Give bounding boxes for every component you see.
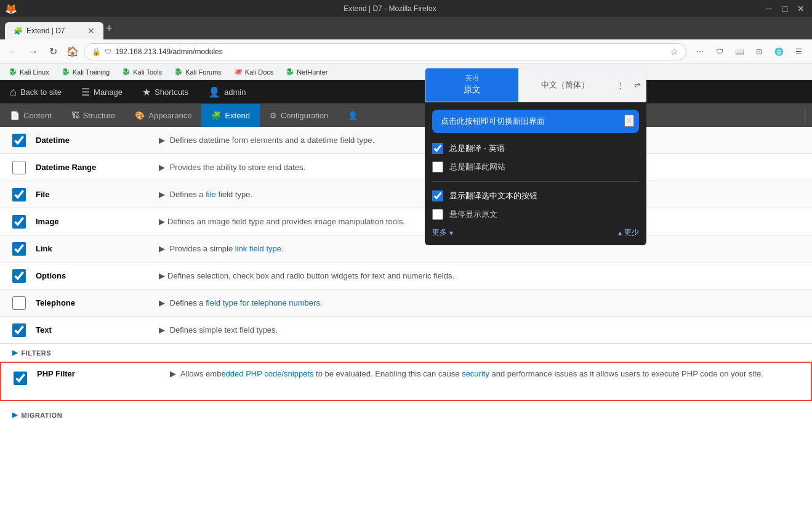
telephone-checkbox[interactable]: [12, 296, 26, 310]
admin-user-btn[interactable]: 👤 admin: [198, 80, 255, 104]
original-lang-btn[interactable]: 原文: [464, 83, 481, 97]
php-filter-name: PHP Filter: [37, 369, 75, 378]
kali-training-label: Kali Training: [73, 68, 110, 76]
nav-people[interactable]: 👤: [338, 104, 368, 127]
sidebar-btn[interactable]: ⊟: [750, 43, 768, 60]
forward-btn[interactable]: →: [25, 43, 42, 60]
nav-content[interactable]: 📄 Content: [0, 104, 62, 127]
bookmark-kali-docs[interactable]: 🐙 Kali Docs: [230, 67, 277, 77]
bookmark-star-icon[interactable]: ☆: [670, 47, 678, 57]
filters-section-header[interactable]: ▶ FILTERS: [0, 344, 812, 362]
image-name: Image: [36, 217, 159, 226]
datetime-arrow: ▶: [159, 136, 165, 145]
home-btn[interactable]: 🏠: [64, 43, 81, 60]
translate-options-btn[interactable]: ⋮: [611, 68, 629, 102]
translate-option-1: 总是翻译 - 英语: [432, 139, 639, 158]
pocket-btn[interactable]: 🛡: [711, 43, 728, 60]
new-tab-btn[interactable]: +: [106, 22, 113, 35]
back-to-site-btn[interactable]: ⌂ Back to site: [0, 80, 71, 104]
nav-right: [805, 104, 812, 127]
extensions-btn[interactable]: ⋯: [691, 43, 709, 60]
title-bar: 🦊 Extend | D7 - Mozilla Firefox ─ □ ✕: [0, 0, 812, 17]
appearance-label: Appearance: [148, 111, 191, 120]
migration-section-header[interactable]: ▶ MIGRATION: [0, 406, 812, 424]
bookmarks-bar: 🐉 Kali Linux 🐉 Kali Training 🐉 Kali Tool…: [0, 64, 812, 80]
php-filter-checkbox[interactable]: [14, 372, 27, 385]
translate-page-btn[interactable]: 🌐: [770, 43, 787, 60]
filters-label: FILTERS: [22, 349, 52, 357]
file-desc: ▶ Defines a file field type.: [159, 190, 252, 199]
user-icon: 👤: [208, 86, 220, 98]
datetime-range-checkbox[interactable]: [12, 161, 26, 174]
datetime-range-desc: ▶ Provides the ability to store end date…: [159, 163, 305, 172]
window-title: Extend | D7 - Mozilla Firefox: [22, 4, 758, 13]
kali-training-icon: 🐉: [62, 68, 70, 76]
translate-bubble-close-btn[interactable]: ✕: [624, 115, 634, 127]
address-bar-icons: ☆: [670, 47, 678, 57]
nav-configuration[interactable]: ⚙ Configuration: [260, 104, 338, 127]
options-checkbox[interactable]: [12, 269, 26, 283]
bookmark-kali-linux[interactable]: 🐉 Kali Linux: [5, 67, 53, 77]
translate-always-site-checkbox[interactable]: [432, 161, 443, 173]
nav-extra-buttons: ⋯ 🛡 📖 ⊟ 🌐 ☰: [691, 43, 807, 60]
translate-show-btn-checkbox[interactable]: [432, 190, 443, 201]
translate-swap-btn[interactable]: ⇌: [629, 68, 646, 102]
bookmark-nethunter[interactable]: 🐉 NetHunter: [282, 67, 331, 77]
address-bar[interactable]: 🔒 🛡 192.168.213.149/admin/modules ☆: [84, 43, 686, 60]
translate-hover-checkbox[interactable]: [432, 209, 443, 220]
reload-btn[interactable]: ↻: [44, 43, 62, 60]
tab-bar: 🧩 Extend | D7 ✕ +: [0, 17, 812, 39]
translate-less-link[interactable]: ▴ 更少: [618, 227, 639, 238]
back-btn[interactable]: ←: [5, 43, 22, 60]
text-name: Text: [36, 325, 159, 335]
firefox-icon: 🦊: [5, 3, 17, 15]
telephone-field-link[interactable]: field type for telephone numbers: [206, 298, 320, 307]
back-to-site-label: Back to site: [20, 87, 62, 97]
nav-structure[interactable]: 🏗 Structure: [62, 104, 126, 127]
telephone-desc: ▶ Defines a field type for telephone num…: [159, 298, 323, 307]
text-row: Text ▶ Defines simple text field types.: [0, 317, 812, 344]
link-field-link[interactable]: link field type: [235, 244, 281, 253]
shortcuts-btn[interactable]: ★ Shortcuts: [132, 80, 198, 104]
translate-bubble: 点击此按钮即可切换新旧界面 ✕: [432, 110, 639, 133]
minimize-btn[interactable]: ─: [763, 4, 775, 14]
close-btn[interactable]: ✕: [795, 4, 807, 14]
nav-appearance[interactable]: 🎨 Appearance: [125, 104, 201, 127]
maximize-btn[interactable]: □: [779, 4, 791, 14]
nav-extend[interactable]: 🧩 Extend: [201, 104, 259, 127]
file-checkbox[interactable]: [12, 188, 26, 201]
reader-mode-btn[interactable]: 📖: [731, 43, 748, 60]
kali-linux-icon: 🐉: [9, 68, 17, 76]
bookmark-kali-forums[interactable]: 🐉 Kali Forums: [171, 67, 225, 77]
translate-show-btn-label: 显示翻译选中文本的按钮: [449, 190, 537, 201]
translate-always-english-label: 总是翻译 - 英语: [449, 143, 505, 154]
datetime-name: Datetime: [36, 136, 159, 145]
security-link[interactable]: security: [462, 369, 489, 378]
file-row: File ▶ Defines a file field type.: [0, 181, 812, 208]
original-lang-label: 英语: [465, 73, 479, 83]
kali-linux-label: Kali Linux: [20, 68, 49, 76]
manage-btn[interactable]: ☰ Manage: [71, 80, 132, 104]
shortcuts-label: Shortcuts: [155, 87, 188, 97]
bookmark-kali-training[interactable]: 🐉 Kali Training: [58, 67, 114, 77]
link-row: Link ▶ Provides a simple link field type…: [0, 235, 812, 262]
translate-hover-label: 悬停显示原文: [449, 209, 497, 220]
datetime-checkbox[interactable]: [12, 134, 26, 147]
page-content: Datetime ▶ Defines datetime form element…: [0, 127, 812, 512]
active-tab[interactable]: 🧩 Extend | D7 ✕: [5, 22, 103, 39]
translate-more-link[interactable]: 更多 ▾: [432, 227, 453, 238]
telephone-name: Telephone: [36, 298, 159, 307]
translate-always-english-checkbox[interactable]: [432, 143, 443, 154]
tab-close-btn[interactable]: ✕: [87, 26, 95, 36]
translate-always-site-label: 总是翻译此网站: [449, 161, 505, 173]
embedded-php-link[interactable]: edded PHP code/snippets: [221, 369, 313, 378]
configuration-icon: ⚙: [270, 111, 277, 120]
text-checkbox[interactable]: [12, 323, 26, 337]
chinese-lang-btn[interactable]: 中文（简体）: [531, 73, 599, 97]
bookmark-kali-tools[interactable]: 🐉 Kali Tools: [118, 67, 166, 77]
admin-label: admin: [224, 87, 246, 97]
firefox-menu-btn[interactable]: ☰: [790, 43, 807, 60]
image-checkbox[interactable]: [12, 215, 26, 229]
link-checkbox[interactable]: [12, 242, 26, 256]
file-link[interactable]: file: [206, 190, 216, 199]
